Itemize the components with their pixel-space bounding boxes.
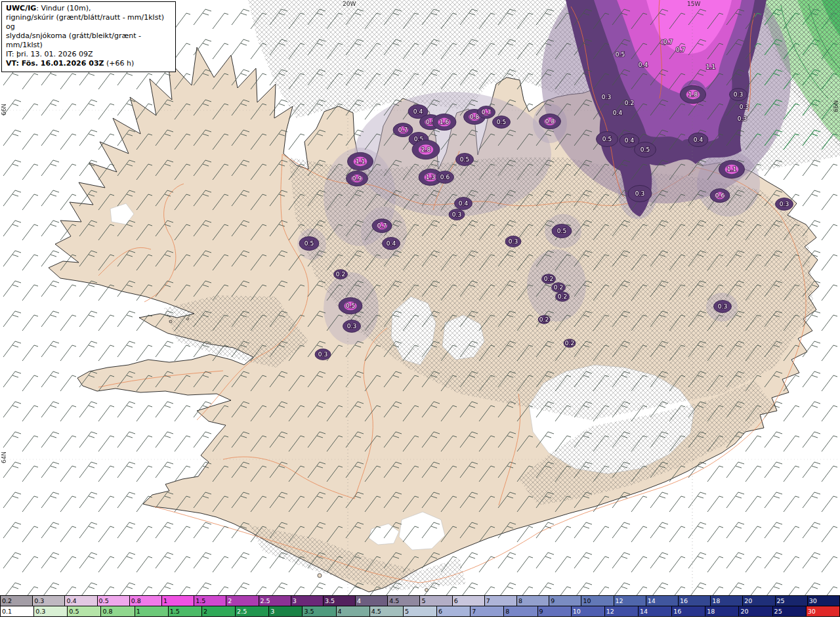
snow-value-label: 0.5 xyxy=(497,119,506,125)
snow-value-label: 0.6 xyxy=(440,174,450,180)
legend-cell: 3.5 xyxy=(324,595,356,606)
legend-cell: 1 xyxy=(135,606,169,617)
snow-value-label: 0.7 xyxy=(676,47,685,53)
snow-value-label: 0.5 xyxy=(304,240,314,247)
legend-cell: 7 xyxy=(485,595,517,606)
legend-cell: 8 xyxy=(517,595,549,606)
snow-value-label: 1.1 xyxy=(727,166,736,173)
snow-value-label: 0.7 xyxy=(482,109,491,116)
snow-amount-marker: 0.3 xyxy=(776,198,793,211)
legend-cell: 4.5 xyxy=(388,595,420,606)
legend-cell: 4 xyxy=(356,595,388,606)
iceland-weather-map: 0.50.70.70.41.11.80.30.20.40.30.30.30.50… xyxy=(0,0,840,596)
snow-amount-marker: 0.3 xyxy=(602,94,611,100)
snow-amount-marker: 0.3 xyxy=(315,349,331,360)
snow-amount-marker: 0.4 xyxy=(383,238,400,250)
chart-title-box: UWC/IG: Vindur (10m), rigning/skúrir (gr… xyxy=(1,1,176,72)
legend-cell: 20 xyxy=(739,606,772,617)
snow-value-label: 0.7 xyxy=(377,222,387,229)
snow-amount-marker: 0.3 xyxy=(343,320,361,333)
snow-value-label: 0.5 xyxy=(460,156,469,163)
legend-cell: 2 xyxy=(226,595,259,606)
legend-cell: 0.8 xyxy=(130,595,162,606)
snow-amount-marker: 0.2 xyxy=(334,270,348,280)
lon-label-20w: 20W xyxy=(343,1,356,7)
legend-cell: 4 xyxy=(337,606,370,617)
snow-amount-marker: 0.3 xyxy=(740,104,749,110)
snow-amount-marker: 0.3 xyxy=(449,209,465,220)
title-line-3: slydda/snjókoma (grátt/bleikt/grænt - mm… xyxy=(6,32,171,50)
legend-cell: 3 xyxy=(269,606,303,617)
snow-amount-marker: 1.1 xyxy=(706,64,715,70)
snow-value-label: 1.6 xyxy=(440,119,450,125)
snow-amount-marker: 0.6 xyxy=(436,171,454,184)
snow-amount-marker: 0.4 xyxy=(613,110,623,116)
snow-value-label: 0.5 xyxy=(640,146,650,153)
snow-amount-marker: 0.2 xyxy=(542,274,556,284)
weather-map-screen: 0.50.70.70.41.11.80.30.20.40.30.30.30.50… xyxy=(0,0,840,630)
snow-amount-marker: 0.4 xyxy=(688,133,708,147)
snow-value-label: 0.2 xyxy=(544,276,553,282)
snow-amount-marker: 0.7 xyxy=(676,47,685,53)
snow-value-label: 0.4 xyxy=(387,240,396,247)
legend-cell: 5 xyxy=(404,606,437,617)
snow-amount-marker: 1.1 xyxy=(719,160,745,178)
legend-cell: 1 xyxy=(162,595,194,606)
snow-value-label: 0.2 xyxy=(625,100,634,106)
legend-cell: 6 xyxy=(437,606,471,617)
title-line-1: UWC/IG: Vindur (10m), xyxy=(6,4,171,13)
model-name: UWC/IG xyxy=(6,4,36,12)
snow-amount-marker: 0.5 xyxy=(339,297,362,314)
snow-amount-marker: 0.2 xyxy=(552,283,566,293)
snow-value-label: 0.5 xyxy=(602,136,612,142)
snow-amount-marker: 0.3 xyxy=(714,301,732,313)
legend-cell: 0.3 xyxy=(33,595,65,606)
snow-value-label: 0.4 xyxy=(639,62,648,68)
legend-cell: 9 xyxy=(549,595,581,606)
snow-amount-marker: 2.8 xyxy=(412,140,440,159)
snow-amount-marker: 0.7 xyxy=(478,106,495,119)
snow-amount-marker: 0.7 xyxy=(663,39,673,45)
legend-cell: 12 xyxy=(614,595,646,606)
legend-cell: 8 xyxy=(504,606,537,617)
snow-amount-marker: 0.4 xyxy=(639,62,648,68)
legend-cell: 12 xyxy=(605,606,639,617)
snow-value-label: 0.3 xyxy=(347,323,356,329)
snow-amount-marker: 1.6 xyxy=(432,114,456,130)
lat-label-66n-right: 66N xyxy=(833,100,839,112)
legend-cell: 10 xyxy=(572,606,605,617)
legend-cell: 18 xyxy=(711,595,743,606)
wind-barb-layer-green xyxy=(755,0,840,151)
snow-amount-marker: 0.5 xyxy=(493,116,511,129)
snow-value-label: 0.4 xyxy=(459,200,469,207)
snow-value-label: 0.3 xyxy=(780,201,789,207)
valid-time: VT: Fös. 16.01.2026 03Z (+66 h) xyxy=(6,59,171,68)
snow-value-label: 0.3 xyxy=(734,91,743,98)
snow-value-label: 1.1 xyxy=(706,64,715,70)
snow-value-label: 0.4 xyxy=(625,137,635,144)
snow-amount-marker: 0.2 xyxy=(625,100,634,106)
snow-value-label: 0.3 xyxy=(718,303,727,310)
legend-cell: 0.2 xyxy=(0,595,33,606)
legend-cell: 4.5 xyxy=(370,606,404,617)
snow-value-label: 0.2 xyxy=(554,284,563,291)
legend-cell: 14 xyxy=(646,595,679,606)
snow-value-label: 0.7 xyxy=(398,127,408,133)
snow-amount-marker: 0.2 xyxy=(538,316,550,324)
snow-value-label: 0.5 xyxy=(616,51,625,58)
snow-value-label: 0.6 xyxy=(715,192,725,199)
snow-amount-marker: 0.5 xyxy=(456,154,474,166)
snow-amount-marker: 0.7 xyxy=(372,219,392,233)
snow-amount-marker: 0.5 xyxy=(635,142,656,157)
snow-value-label: 0.5 xyxy=(346,303,355,309)
legend-cell: 16 xyxy=(679,595,711,606)
legend-cell: 3 xyxy=(291,595,324,606)
snow-amount-marker: 0.2 xyxy=(564,339,576,348)
legend-cell: 18 xyxy=(705,606,739,617)
snow-value-label: 0.2 xyxy=(565,340,574,346)
legend: 0.20.30.40.50.811.522.533.544.5567891012… xyxy=(0,595,840,617)
snow-amount-marker: 0.8 xyxy=(539,114,561,129)
snow-value-label: 0.2 xyxy=(558,293,567,300)
legend-cell: 2.5 xyxy=(259,595,291,606)
snow-value-label: 0.2 xyxy=(336,271,345,278)
